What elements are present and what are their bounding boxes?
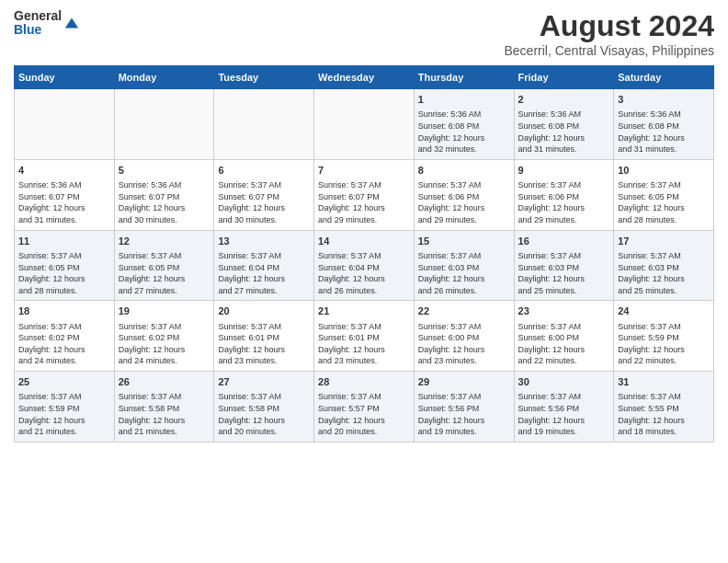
calendar-cell (114, 89, 214, 160)
day-info: Sunrise: 5:37 AM Sunset: 5:56 PM Dayligh… (418, 391, 510, 437)
calendar-cell: 18Sunrise: 5:37 AM Sunset: 6:02 PM Dayli… (15, 301, 115, 372)
weekday-header-monday: Monday (114, 66, 214, 89)
day-info: Sunrise: 5:37 AM Sunset: 6:00 PM Dayligh… (518, 321, 610, 367)
calendar-week-row: 4Sunrise: 5:36 AM Sunset: 6:07 PM Daylig… (15, 159, 714, 230)
day-info: Sunrise: 5:37 AM Sunset: 6:06 PM Dayligh… (518, 179, 610, 225)
day-number: 26 (119, 375, 210, 389)
calendar-cell: 27Sunrise: 5:37 AM Sunset: 5:58 PM Dayli… (214, 372, 314, 442)
calendar-cell: 28Sunrise: 5:37 AM Sunset: 5:57 PM Dayli… (314, 372, 415, 442)
calendar-cell: 4Sunrise: 5:36 AM Sunset: 6:07 PM Daylig… (15, 159, 115, 230)
weekday-header-thursday: Thursday (414, 66, 514, 89)
calendar-cell: 22Sunrise: 5:37 AM Sunset: 6:00 PM Dayli… (414, 301, 514, 372)
day-info: Sunrise: 5:37 AM Sunset: 6:03 PM Dayligh… (618, 250, 710, 296)
day-info: Sunrise: 5:37 AM Sunset: 6:01 PM Dayligh… (318, 321, 410, 367)
day-number: 14 (318, 235, 410, 248)
calendar-cell: 5Sunrise: 5:36 AM Sunset: 6:07 PM Daylig… (114, 159, 214, 230)
calendar-cell: 10Sunrise: 5:37 AM Sunset: 6:05 PM Dayli… (614, 159, 714, 230)
calendar-cell: 14Sunrise: 5:37 AM Sunset: 6:04 PM Dayli… (314, 230, 415, 301)
day-number: 29 (418, 375, 510, 389)
calendar-cell: 21Sunrise: 5:37 AM Sunset: 6:01 PM Dayli… (314, 301, 415, 372)
calendar-cell: 23Sunrise: 5:37 AM Sunset: 6:00 PM Dayli… (514, 301, 614, 372)
weekday-header-row: SundayMondayTuesdayWednesdayThursdayFrid… (15, 66, 714, 89)
calendar-cell: 20Sunrise: 5:37 AM Sunset: 6:01 PM Dayli… (214, 301, 314, 372)
day-info: Sunrise: 5:37 AM Sunset: 5:59 PM Dayligh… (618, 321, 710, 367)
day-number: 12 (119, 235, 210, 248)
calendar-cell: 7Sunrise: 5:37 AM Sunset: 6:07 PM Daylig… (314, 159, 415, 230)
calendar-cell: 19Sunrise: 5:37 AM Sunset: 6:02 PM Dayli… (114, 301, 214, 372)
calendar-cell: 25Sunrise: 5:37 AM Sunset: 5:59 PM Dayli… (15, 372, 115, 442)
page-header: General Blue August 2024 Becerril, Centr… (14, 9, 714, 58)
day-number: 15 (418, 235, 510, 248)
calendar-cell: 15Sunrise: 5:37 AM Sunset: 6:03 PM Dayli… (414, 230, 514, 301)
day-info: Sunrise: 5:37 AM Sunset: 6:04 PM Dayligh… (218, 250, 310, 296)
calendar-week-row: 25Sunrise: 5:37 AM Sunset: 5:59 PM Dayli… (15, 372, 714, 442)
day-number: 23 (518, 304, 610, 318)
day-info: Sunrise: 5:37 AM Sunset: 6:07 PM Dayligh… (318, 179, 410, 225)
weekday-header-saturday: Saturday (614, 66, 714, 89)
page-container: General Blue August 2024 Becerril, Centr… (0, 0, 728, 452)
calendar-cell: 2Sunrise: 5:36 AM Sunset: 6:08 PM Daylig… (514, 89, 614, 160)
day-info: Sunrise: 5:37 AM Sunset: 6:03 PM Dayligh… (418, 250, 510, 296)
day-info: Sunrise: 5:37 AM Sunset: 6:07 PM Dayligh… (218, 179, 310, 225)
day-number: 20 (218, 304, 310, 318)
calendar-week-row: 1Sunrise: 5:36 AM Sunset: 6:08 PM Daylig… (15, 89, 714, 160)
day-info: Sunrise: 5:36 AM Sunset: 6:07 PM Dayligh… (18, 179, 110, 225)
logo-blue: Blue (14, 23, 62, 37)
day-number: 28 (318, 375, 410, 389)
day-info: Sunrise: 5:37 AM Sunset: 5:57 PM Dayligh… (318, 391, 410, 437)
calendar-cell: 16Sunrise: 5:37 AM Sunset: 6:03 PM Dayli… (514, 230, 614, 301)
svg-marker-0 (65, 18, 78, 29)
logo-general: General (14, 9, 62, 23)
day-number: 4 (18, 164, 110, 178)
calendar-table: SundayMondayTuesdayWednesdayThursdayFrid… (14, 65, 714, 442)
calendar-cell: 26Sunrise: 5:37 AM Sunset: 5:58 PM Dayli… (114, 372, 214, 442)
day-info: Sunrise: 5:37 AM Sunset: 5:59 PM Dayligh… (18, 391, 110, 437)
day-info: Sunrise: 5:36 AM Sunset: 6:08 PM Dayligh… (518, 109, 610, 155)
day-info: Sunrise: 5:36 AM Sunset: 6:07 PM Dayligh… (119, 179, 210, 225)
day-number: 13 (218, 235, 310, 248)
day-number: 27 (218, 375, 310, 389)
day-info: Sunrise: 5:37 AM Sunset: 6:06 PM Dayligh… (418, 179, 510, 225)
day-number: 8 (418, 164, 510, 178)
calendar-cell (15, 89, 115, 160)
month-title: August 2024 (504, 9, 714, 43)
calendar-cell: 24Sunrise: 5:37 AM Sunset: 5:59 PM Dayli… (614, 301, 714, 372)
day-info: Sunrise: 5:37 AM Sunset: 6:00 PM Dayligh… (418, 321, 510, 367)
day-number: 10 (618, 164, 710, 178)
day-info: Sunrise: 5:37 AM Sunset: 5:56 PM Dayligh… (518, 391, 610, 437)
day-number: 3 (618, 93, 710, 107)
calendar-cell: 6Sunrise: 5:37 AM Sunset: 6:07 PM Daylig… (214, 159, 314, 230)
day-number: 16 (518, 235, 610, 248)
day-info: Sunrise: 5:36 AM Sunset: 6:08 PM Dayligh… (418, 109, 510, 155)
day-info: Sunrise: 5:37 AM Sunset: 5:58 PM Dayligh… (119, 391, 210, 437)
calendar-cell: 9Sunrise: 5:37 AM Sunset: 6:06 PM Daylig… (514, 159, 614, 230)
day-number: 24 (618, 304, 710, 318)
day-number: 25 (18, 375, 110, 389)
day-number: 1 (418, 93, 510, 107)
calendar-week-row: 18Sunrise: 5:37 AM Sunset: 6:02 PM Dayli… (15, 301, 714, 372)
calendar-cell: 8Sunrise: 5:37 AM Sunset: 6:06 PM Daylig… (414, 159, 514, 230)
calendar-cell: 29Sunrise: 5:37 AM Sunset: 5:56 PM Dayli… (414, 372, 514, 442)
weekday-header-sunday: Sunday (15, 66, 115, 89)
logo-icon (63, 15, 80, 31)
day-info: Sunrise: 5:37 AM Sunset: 6:02 PM Dayligh… (119, 321, 210, 367)
day-number: 30 (518, 375, 610, 389)
weekday-header-wednesday: Wednesday (314, 66, 415, 89)
day-number: 17 (618, 235, 710, 248)
day-info: Sunrise: 5:37 AM Sunset: 5:58 PM Dayligh… (218, 391, 310, 437)
calendar-cell: 12Sunrise: 5:37 AM Sunset: 6:05 PM Dayli… (114, 230, 214, 301)
calendar-cell (314, 89, 415, 160)
calendar-cell: 3Sunrise: 5:36 AM Sunset: 6:08 PM Daylig… (614, 89, 714, 160)
calendar-cell: 13Sunrise: 5:37 AM Sunset: 6:04 PM Dayli… (214, 230, 314, 301)
day-info: Sunrise: 5:36 AM Sunset: 6:08 PM Dayligh… (618, 109, 710, 155)
day-number: 7 (318, 164, 410, 178)
calendar-cell: 31Sunrise: 5:37 AM Sunset: 5:55 PM Dayli… (614, 372, 714, 442)
day-info: Sunrise: 5:37 AM Sunset: 5:55 PM Dayligh… (618, 391, 710, 437)
day-info: Sunrise: 5:37 AM Sunset: 6:01 PM Dayligh… (218, 321, 310, 367)
day-info: Sunrise: 5:37 AM Sunset: 6:04 PM Dayligh… (318, 250, 410, 296)
weekday-header-friday: Friday (514, 66, 614, 89)
logo-text: General Blue (14, 9, 62, 38)
location: Becerril, Central Visayas, Philippines (504, 43, 714, 58)
day-number: 21 (318, 304, 410, 318)
calendar-cell (214, 89, 314, 160)
